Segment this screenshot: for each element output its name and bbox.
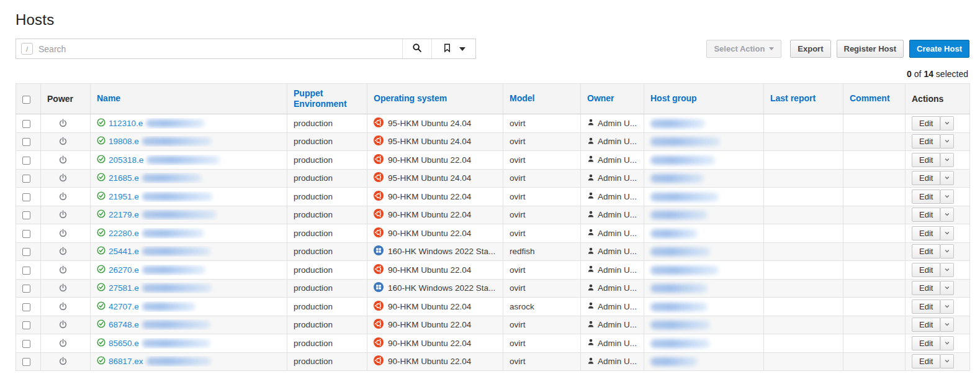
edit-button[interactable]: Edit [912,153,940,167]
user-icon [587,247,595,257]
select-action-button[interactable]: Select Action [706,40,781,58]
redacted-host-group [650,174,704,183]
model-cell: ovirt [503,334,581,353]
row-checkbox[interactable] [22,321,30,329]
owner-text: Admin U... [598,173,637,183]
chevron-down-icon [459,47,465,51]
power-status-icon [47,247,84,256]
edit-button[interactable]: Edit [912,134,940,149]
search-button[interactable] [402,39,431,58]
hosts-table: Power Name Puppet Environment Operating … [16,83,970,371]
row-checkbox[interactable] [22,358,30,366]
edit-dropdown-toggle[interactable] [940,116,954,130]
row-checkbox[interactable] [22,211,30,219]
search-bar: / [16,39,476,59]
edit-dropdown-toggle[interactable] [940,153,954,167]
ubuntu-os-icon [374,191,384,203]
column-header-owner[interactable]: Owner [587,93,614,104]
user-icon [587,210,595,220]
host-name-link[interactable]: 112310.e [97,118,281,129]
column-header-last-report[interactable]: Last report [770,93,816,104]
select-all-checkbox[interactable] [22,96,30,104]
row-checkbox[interactable] [22,175,30,183]
redacted-host-group [650,119,705,128]
edit-dropdown-toggle[interactable] [940,263,954,277]
row-checkbox[interactable] [22,340,30,348]
edit-button[interactable]: Edit [912,336,940,350]
edit-dropdown-toggle[interactable] [940,336,954,350]
edit-dropdown-toggle[interactable] [940,354,954,368]
edit-dropdown-toggle[interactable] [940,190,954,204]
comment-cell [843,224,906,243]
column-header-host-group[interactable]: Host group [650,93,697,104]
row-checkbox[interactable] [22,193,30,201]
host-name-link[interactable]: 21951.e [97,191,281,202]
redacted-host-name [142,211,217,219]
row-checkbox[interactable] [22,157,30,165]
edit-button[interactable]: Edit [912,171,940,185]
column-header-operating-system[interactable]: Operating system [374,93,447,104]
ubuntu-os-icon [374,355,384,367]
status-ok-icon [97,118,106,129]
edit-button[interactable]: Edit [912,190,940,204]
column-header-actions: Actions [906,84,970,114]
comment-cell [843,151,906,170]
power-status-icon [47,210,84,219]
edit-button[interactable]: Edit [912,318,940,332]
edit-button[interactable]: Edit [912,354,940,368]
row-checkbox[interactable] [22,230,30,238]
row-checkbox[interactable] [22,285,30,293]
bookmark-dropdown-button[interactable] [431,39,475,58]
windows-os-icon [374,245,384,257]
host-name-link[interactable]: 27581.e [97,283,281,293]
puppet-environment-cell: production [287,188,367,206]
selected-count-value: 0 [907,69,912,79]
host-name-link[interactable]: 22179.e [97,209,281,220]
edit-button[interactable]: Edit [912,116,940,130]
edit-button[interactable]: Edit [912,263,940,277]
row-checkbox[interactable] [22,248,30,256]
edit-button[interactable]: Edit [912,281,940,295]
edit-button[interactable]: Edit [912,244,940,258]
host-name-link[interactable]: 22280.e [97,228,281,239]
edit-button[interactable]: Edit [912,226,940,240]
column-header-puppet-environment[interactable]: Puppet Environment [294,88,361,110]
operating-system-text: 90-HKM Ubuntu 22.04 [388,210,471,219]
edit-dropdown-toggle[interactable] [940,226,954,240]
create-host-button[interactable]: Create Host [909,40,969,58]
edit-dropdown-toggle[interactable] [940,299,954,314]
row-checkbox[interactable] [22,267,30,275]
host-name-text: 25441.e [109,247,139,256]
edit-button[interactable]: Edit [912,208,940,222]
ubuntu-os-icon [374,337,384,349]
edit-button[interactable]: Edit [912,299,940,314]
edit-dropdown-toggle[interactable] [940,281,954,295]
host-name-link[interactable]: 26270.e [97,265,281,275]
edit-dropdown-toggle[interactable] [940,318,954,332]
host-name-link[interactable]: 205318.e [97,155,281,165]
edit-dropdown-toggle[interactable] [940,134,954,149]
host-name-link[interactable]: 21685.e [97,173,281,183]
export-button[interactable]: Export [790,40,830,58]
column-header-model[interactable]: Model [510,93,534,104]
edit-dropdown-toggle[interactable] [940,244,954,258]
column-header-comment[interactable]: Comment [850,93,890,104]
table-row: 112310.e production [16,114,970,133]
host-name-link[interactable]: 19808.e [97,136,281,147]
host-name-link[interactable]: 86817.ex [97,356,281,367]
host-name-link[interactable]: 42707.e [97,301,281,312]
redacted-host-name [142,247,210,255]
row-checkbox[interactable] [22,120,30,128]
chevron-down-icon [944,339,950,348]
host-name-link[interactable]: 68748.e [97,319,281,330]
edit-dropdown-toggle[interactable] [940,171,954,185]
column-header-name[interactable]: Name [97,93,120,104]
register-host-button[interactable]: Register Host [837,40,904,58]
host-name-link[interactable]: 25441.e [97,246,281,257]
search-input[interactable] [37,43,402,55]
row-checkbox[interactable] [22,138,30,146]
edit-dropdown-toggle[interactable] [940,208,954,222]
actions-split-button: Edit [912,153,954,167]
row-checkbox[interactable] [22,303,30,311]
host-name-link[interactable]: 85650.e [97,338,281,349]
